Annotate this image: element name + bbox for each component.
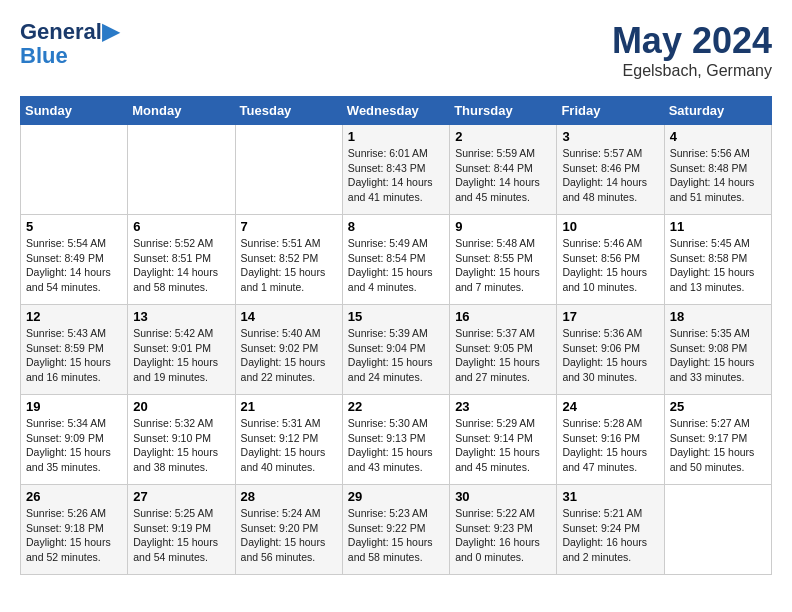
calendar-cell: 30Sunrise: 5:22 AMSunset: 9:23 PMDayligh…: [450, 485, 557, 575]
calendar-cell: [664, 485, 771, 575]
cell-info: Sunrise: 5:27 AMSunset: 9:17 PMDaylight:…: [670, 416, 766, 475]
day-number: 13: [133, 309, 229, 324]
calendar-cell: 28Sunrise: 5:24 AMSunset: 9:20 PMDayligh…: [235, 485, 342, 575]
cell-info: Sunrise: 5:51 AMSunset: 8:52 PMDaylight:…: [241, 236, 337, 295]
calendar-cell: 19Sunrise: 5:34 AMSunset: 9:09 PMDayligh…: [21, 395, 128, 485]
day-number: 14: [241, 309, 337, 324]
calendar-cell: 6Sunrise: 5:52 AMSunset: 8:51 PMDaylight…: [128, 215, 235, 305]
cell-info: Sunrise: 5:40 AMSunset: 9:02 PMDaylight:…: [241, 326, 337, 385]
logo-line2: Blue: [20, 44, 119, 68]
calendar-cell: 11Sunrise: 5:45 AMSunset: 8:58 PMDayligh…: [664, 215, 771, 305]
logo-text: General▶: [20, 20, 119, 44]
day-number: 10: [562, 219, 658, 234]
cell-info: Sunrise: 5:54 AMSunset: 8:49 PMDaylight:…: [26, 236, 122, 295]
cell-info: Sunrise: 5:52 AMSunset: 8:51 PMDaylight:…: [133, 236, 229, 295]
calendar-cell: 15Sunrise: 5:39 AMSunset: 9:04 PMDayligh…: [342, 305, 449, 395]
cell-info: Sunrise: 5:49 AMSunset: 8:54 PMDaylight:…: [348, 236, 444, 295]
day-number: 9: [455, 219, 551, 234]
cell-info: Sunrise: 5:42 AMSunset: 9:01 PMDaylight:…: [133, 326, 229, 385]
calendar-cell: 20Sunrise: 5:32 AMSunset: 9:10 PMDayligh…: [128, 395, 235, 485]
cell-info: Sunrise: 5:39 AMSunset: 9:04 PMDaylight:…: [348, 326, 444, 385]
cell-info: Sunrise: 5:57 AMSunset: 8:46 PMDaylight:…: [562, 146, 658, 205]
day-of-week-header: Thursday: [450, 97, 557, 125]
day-number: 22: [348, 399, 444, 414]
day-of-week-header: Wednesday: [342, 97, 449, 125]
cell-info: Sunrise: 5:32 AMSunset: 9:10 PMDaylight:…: [133, 416, 229, 475]
calendar-cell: 23Sunrise: 5:29 AMSunset: 9:14 PMDayligh…: [450, 395, 557, 485]
day-number: 12: [26, 309, 122, 324]
calendar-cell: 3Sunrise: 5:57 AMSunset: 8:46 PMDaylight…: [557, 125, 664, 215]
calendar-cell: 1Sunrise: 6:01 AMSunset: 8:43 PMDaylight…: [342, 125, 449, 215]
day-number: 11: [670, 219, 766, 234]
day-number: 3: [562, 129, 658, 144]
cell-info: Sunrise: 5:36 AMSunset: 9:06 PMDaylight:…: [562, 326, 658, 385]
cell-info: Sunrise: 5:26 AMSunset: 9:18 PMDaylight:…: [26, 506, 122, 565]
calendar-cell: 17Sunrise: 5:36 AMSunset: 9:06 PMDayligh…: [557, 305, 664, 395]
day-of-week-header: Friday: [557, 97, 664, 125]
cell-info: Sunrise: 5:30 AMSunset: 9:13 PMDaylight:…: [348, 416, 444, 475]
day-number: 24: [562, 399, 658, 414]
cell-info: Sunrise: 5:46 AMSunset: 8:56 PMDaylight:…: [562, 236, 658, 295]
day-number: 16: [455, 309, 551, 324]
calendar-cell: 21Sunrise: 5:31 AMSunset: 9:12 PMDayligh…: [235, 395, 342, 485]
cell-info: Sunrise: 5:56 AMSunset: 8:48 PMDaylight:…: [670, 146, 766, 205]
cell-info: Sunrise: 5:22 AMSunset: 9:23 PMDaylight:…: [455, 506, 551, 565]
day-number: 31: [562, 489, 658, 504]
logo: General▶ Blue: [20, 20, 119, 68]
day-number: 2: [455, 129, 551, 144]
calendar-cell: 29Sunrise: 5:23 AMSunset: 9:22 PMDayligh…: [342, 485, 449, 575]
cell-info: Sunrise: 5:59 AMSunset: 8:44 PMDaylight:…: [455, 146, 551, 205]
cell-info: Sunrise: 5:35 AMSunset: 9:08 PMDaylight:…: [670, 326, 766, 385]
day-number: 27: [133, 489, 229, 504]
calendar-cell: 26Sunrise: 5:26 AMSunset: 9:18 PMDayligh…: [21, 485, 128, 575]
day-number: 29: [348, 489, 444, 504]
calendar-cell: 18Sunrise: 5:35 AMSunset: 9:08 PMDayligh…: [664, 305, 771, 395]
calendar-cell: 8Sunrise: 5:49 AMSunset: 8:54 PMDaylight…: [342, 215, 449, 305]
cell-info: Sunrise: 5:29 AMSunset: 9:14 PMDaylight:…: [455, 416, 551, 475]
calendar-cell: 13Sunrise: 5:42 AMSunset: 9:01 PMDayligh…: [128, 305, 235, 395]
day-number: 7: [241, 219, 337, 234]
day-number: 21: [241, 399, 337, 414]
cell-info: Sunrise: 5:24 AMSunset: 9:20 PMDaylight:…: [241, 506, 337, 565]
day-number: 18: [670, 309, 766, 324]
cell-info: Sunrise: 5:28 AMSunset: 9:16 PMDaylight:…: [562, 416, 658, 475]
page-header: General▶ Blue May 2024 Egelsbach, German…: [20, 20, 772, 80]
calendar-cell: 9Sunrise: 5:48 AMSunset: 8:55 PMDaylight…: [450, 215, 557, 305]
day-number: 5: [26, 219, 122, 234]
cell-info: Sunrise: 5:31 AMSunset: 9:12 PMDaylight:…: [241, 416, 337, 475]
calendar-cell: 2Sunrise: 5:59 AMSunset: 8:44 PMDaylight…: [450, 125, 557, 215]
calendar-cell: 31Sunrise: 5:21 AMSunset: 9:24 PMDayligh…: [557, 485, 664, 575]
day-number: 8: [348, 219, 444, 234]
calendar-cell: [235, 125, 342, 215]
day-number: 26: [26, 489, 122, 504]
cell-info: Sunrise: 5:34 AMSunset: 9:09 PMDaylight:…: [26, 416, 122, 475]
day-number: 19: [26, 399, 122, 414]
day-number: 20: [133, 399, 229, 414]
calendar-week-row: 19Sunrise: 5:34 AMSunset: 9:09 PMDayligh…: [21, 395, 772, 485]
calendar-cell: 7Sunrise: 5:51 AMSunset: 8:52 PMDaylight…: [235, 215, 342, 305]
cell-info: Sunrise: 5:25 AMSunset: 9:19 PMDaylight:…: [133, 506, 229, 565]
calendar-cell: 5Sunrise: 5:54 AMSunset: 8:49 PMDaylight…: [21, 215, 128, 305]
calendar-cell: 10Sunrise: 5:46 AMSunset: 8:56 PMDayligh…: [557, 215, 664, 305]
calendar-cell: 14Sunrise: 5:40 AMSunset: 9:02 PMDayligh…: [235, 305, 342, 395]
calendar-cell: [128, 125, 235, 215]
day-number: 1: [348, 129, 444, 144]
location: Egelsbach, Germany: [612, 62, 772, 80]
day-number: 15: [348, 309, 444, 324]
calendar-week-row: 5Sunrise: 5:54 AMSunset: 8:49 PMDaylight…: [21, 215, 772, 305]
title-block: May 2024 Egelsbach, Germany: [612, 20, 772, 80]
calendar-header-row: SundayMondayTuesdayWednesdayThursdayFrid…: [21, 97, 772, 125]
calendar-cell: 27Sunrise: 5:25 AMSunset: 9:19 PMDayligh…: [128, 485, 235, 575]
cell-info: Sunrise: 5:21 AMSunset: 9:24 PMDaylight:…: [562, 506, 658, 565]
cell-info: Sunrise: 5:43 AMSunset: 8:59 PMDaylight:…: [26, 326, 122, 385]
day-number: 25: [670, 399, 766, 414]
calendar-table: SundayMondayTuesdayWednesdayThursdayFrid…: [20, 96, 772, 575]
cell-info: Sunrise: 5:48 AMSunset: 8:55 PMDaylight:…: [455, 236, 551, 295]
calendar-week-row: 1Sunrise: 6:01 AMSunset: 8:43 PMDaylight…: [21, 125, 772, 215]
calendar-week-row: 12Sunrise: 5:43 AMSunset: 8:59 PMDayligh…: [21, 305, 772, 395]
day-number: 23: [455, 399, 551, 414]
month-title: May 2024: [612, 20, 772, 62]
calendar-week-row: 26Sunrise: 5:26 AMSunset: 9:18 PMDayligh…: [21, 485, 772, 575]
calendar-cell: [21, 125, 128, 215]
day-number: 28: [241, 489, 337, 504]
